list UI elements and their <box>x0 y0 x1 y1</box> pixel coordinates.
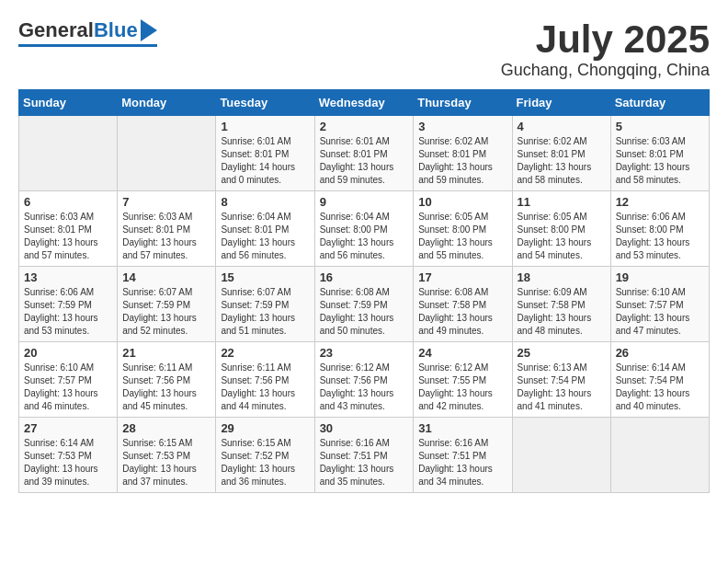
day-info: Sunrise: 6:11 AM Sunset: 7:56 PM Dayligh… <box>221 362 309 413</box>
day-number: 4 <box>518 120 606 133</box>
calendar-cell: 14Sunrise: 6:07 AM Sunset: 7:59 PM Dayli… <box>118 267 216 342</box>
calendar-cell: 11Sunrise: 6:05 AM Sunset: 8:00 PM Dayli… <box>512 191 610 267</box>
day-number: 2 <box>320 120 409 133</box>
day-number: 21 <box>122 346 210 360</box>
calendar-cell: 6Sunrise: 6:03 AM Sunset: 8:01 PM Daylig… <box>19 191 118 267</box>
day-info: Sunrise: 6:10 AM Sunset: 7:57 PM Dayligh… <box>616 286 704 338</box>
day-number: 15 <box>221 270 309 284</box>
day-info: Sunrise: 6:16 AM Sunset: 7:51 PM Dayligh… <box>320 437 409 488</box>
calendar-week-row: 1Sunrise: 6:01 AM Sunset: 8:01 PM Daylig… <box>19 116 710 191</box>
day-number: 20 <box>24 346 112 360</box>
day-info: Sunrise: 6:12 AM Sunset: 7:55 PM Dayligh… <box>418 362 506 413</box>
day-info: Sunrise: 6:15 AM Sunset: 7:53 PM Dayligh… <box>122 437 210 488</box>
calendar-cell: 31Sunrise: 6:16 AM Sunset: 7:51 PM Dayli… <box>414 418 512 493</box>
logo-general: General <box>18 18 94 42</box>
calendar-cell: 28Sunrise: 6:15 AM Sunset: 7:53 PM Dayli… <box>118 418 216 493</box>
calendar-cell <box>19 116 118 191</box>
day-number: 28 <box>122 421 210 435</box>
location-title: Guchang, Chongqing, China <box>501 61 710 80</box>
day-info: Sunrise: 6:05 AM Sunset: 8:00 PM Dayligh… <box>418 211 506 262</box>
logo: General Blue <box>18 18 157 47</box>
calendar-cell: 20Sunrise: 6:10 AM Sunset: 7:57 PM Dayli… <box>19 342 118 418</box>
day-info: Sunrise: 6:06 AM Sunset: 7:59 PM Dayligh… <box>24 286 112 338</box>
calendar-cell: 4Sunrise: 6:02 AM Sunset: 8:01 PM Daylig… <box>512 116 610 191</box>
day-info: Sunrise: 6:06 AM Sunset: 8:00 PM Dayligh… <box>616 211 704 262</box>
calendar-cell: 21Sunrise: 6:11 AM Sunset: 7:56 PM Dayli… <box>118 342 216 418</box>
day-number: 19 <box>616 270 704 284</box>
calendar-cell: 17Sunrise: 6:08 AM Sunset: 7:58 PM Dayli… <box>414 267 512 342</box>
day-info: Sunrise: 6:03 AM Sunset: 8:01 PM Dayligh… <box>24 211 112 262</box>
calendar-cell: 25Sunrise: 6:13 AM Sunset: 7:54 PM Dayli… <box>512 342 610 418</box>
day-number: 13 <box>24 270 112 284</box>
day-info: Sunrise: 6:15 AM Sunset: 7:52 PM Dayligh… <box>221 437 309 488</box>
calendar-cell: 12Sunrise: 6:06 AM Sunset: 8:00 PM Dayli… <box>610 191 709 267</box>
day-info: Sunrise: 6:02 AM Sunset: 8:01 PM Dayligh… <box>518 135 606 187</box>
day-info: Sunrise: 6:02 AM Sunset: 8:01 PM Dayligh… <box>418 135 506 187</box>
weekday-header: Thursday <box>414 90 512 116</box>
calendar-cell: 27Sunrise: 6:14 AM Sunset: 7:53 PM Dayli… <box>19 418 118 493</box>
calendar-week-row: 6Sunrise: 6:03 AM Sunset: 8:01 PM Daylig… <box>19 191 710 267</box>
day-info: Sunrise: 6:03 AM Sunset: 8:01 PM Dayligh… <box>122 211 210 262</box>
day-number: 1 <box>221 120 309 133</box>
calendar-cell: 23Sunrise: 6:12 AM Sunset: 7:56 PM Dayli… <box>314 342 414 418</box>
logo-underline <box>18 44 157 47</box>
day-number: 10 <box>418 195 506 209</box>
day-info: Sunrise: 6:13 AM Sunset: 7:54 PM Dayligh… <box>518 362 606 413</box>
day-number: 11 <box>518 195 606 209</box>
calendar-cell <box>610 418 709 493</box>
day-number: 29 <box>221 421 309 435</box>
day-info: Sunrise: 6:01 AM Sunset: 8:01 PM Dayligh… <box>221 135 309 187</box>
calendar-week-row: 27Sunrise: 6:14 AM Sunset: 7:53 PM Dayli… <box>19 418 710 493</box>
calendar-cell: 19Sunrise: 6:10 AM Sunset: 7:57 PM Dayli… <box>610 267 709 342</box>
day-number: 18 <box>518 270 606 284</box>
day-number: 23 <box>320 346 409 360</box>
calendar-cell: 26Sunrise: 6:14 AM Sunset: 7:54 PM Dayli… <box>610 342 709 418</box>
page-header: General Blue July 2025 Guchang, Chongqin… <box>18 18 710 80</box>
calendar-cell: 18Sunrise: 6:09 AM Sunset: 7:58 PM Dayli… <box>512 267 610 342</box>
day-number: 17 <box>418 270 506 284</box>
logo-blue: Blue <box>94 18 138 42</box>
day-number: 24 <box>418 346 506 360</box>
calendar-cell: 8Sunrise: 6:04 AM Sunset: 8:01 PM Daylig… <box>216 191 314 267</box>
day-number: 27 <box>24 421 112 435</box>
day-info: Sunrise: 6:16 AM Sunset: 7:51 PM Dayligh… <box>418 437 506 488</box>
title-block: July 2025 Guchang, Chongqing, China <box>501 18 710 80</box>
calendar-table: SundayMondayTuesdayWednesdayThursdayFrid… <box>18 89 710 493</box>
calendar-cell: 10Sunrise: 6:05 AM Sunset: 8:00 PM Dayli… <box>414 191 512 267</box>
day-info: Sunrise: 6:01 AM Sunset: 8:01 PM Dayligh… <box>320 135 409 187</box>
day-info: Sunrise: 6:05 AM Sunset: 8:00 PM Dayligh… <box>518 211 606 262</box>
calendar-cell: 22Sunrise: 6:11 AM Sunset: 7:56 PM Dayli… <box>216 342 314 418</box>
calendar-cell: 9Sunrise: 6:04 AM Sunset: 8:00 PM Daylig… <box>314 191 414 267</box>
weekday-header: Sunday <box>19 90 118 116</box>
calendar-cell: 2Sunrise: 6:01 AM Sunset: 8:01 PM Daylig… <box>314 116 414 191</box>
day-info: Sunrise: 6:08 AM Sunset: 7:59 PM Dayligh… <box>320 286 409 338</box>
day-info: Sunrise: 6:11 AM Sunset: 7:56 PM Dayligh… <box>122 362 210 413</box>
calendar-cell: 13Sunrise: 6:06 AM Sunset: 7:59 PM Dayli… <box>19 267 118 342</box>
day-info: Sunrise: 6:07 AM Sunset: 7:59 PM Dayligh… <box>122 286 210 338</box>
calendar-week-row: 13Sunrise: 6:06 AM Sunset: 7:59 PM Dayli… <box>19 267 710 342</box>
calendar-week-row: 20Sunrise: 6:10 AM Sunset: 7:57 PM Dayli… <box>19 342 710 418</box>
calendar-cell <box>512 418 610 493</box>
day-number: 12 <box>616 195 704 209</box>
day-number: 9 <box>320 195 409 209</box>
weekday-header-row: SundayMondayTuesdayWednesdayThursdayFrid… <box>19 90 710 116</box>
weekday-header: Saturday <box>610 90 709 116</box>
weekday-header: Tuesday <box>216 90 314 116</box>
day-info: Sunrise: 6:03 AM Sunset: 8:01 PM Dayligh… <box>616 135 704 187</box>
calendar-cell: 3Sunrise: 6:02 AM Sunset: 8:01 PM Daylig… <box>414 116 512 191</box>
day-number: 8 <box>221 195 309 209</box>
weekday-header: Wednesday <box>314 90 414 116</box>
day-number: 16 <box>320 270 409 284</box>
day-number: 5 <box>616 120 704 133</box>
day-info: Sunrise: 6:08 AM Sunset: 7:58 PM Dayligh… <box>418 286 506 338</box>
day-number: 25 <box>518 346 606 360</box>
calendar-cell: 7Sunrise: 6:03 AM Sunset: 8:01 PM Daylig… <box>118 191 216 267</box>
day-number: 31 <box>418 421 506 435</box>
calendar-cell: 24Sunrise: 6:12 AM Sunset: 7:55 PM Dayli… <box>414 342 512 418</box>
calendar-cell: 16Sunrise: 6:08 AM Sunset: 7:59 PM Dayli… <box>314 267 414 342</box>
day-info: Sunrise: 6:07 AM Sunset: 7:59 PM Dayligh… <box>221 286 309 338</box>
day-number: 3 <box>418 120 506 133</box>
day-number: 26 <box>616 346 704 360</box>
month-title: July 2025 <box>501 18 710 61</box>
day-number: 22 <box>221 346 309 360</box>
